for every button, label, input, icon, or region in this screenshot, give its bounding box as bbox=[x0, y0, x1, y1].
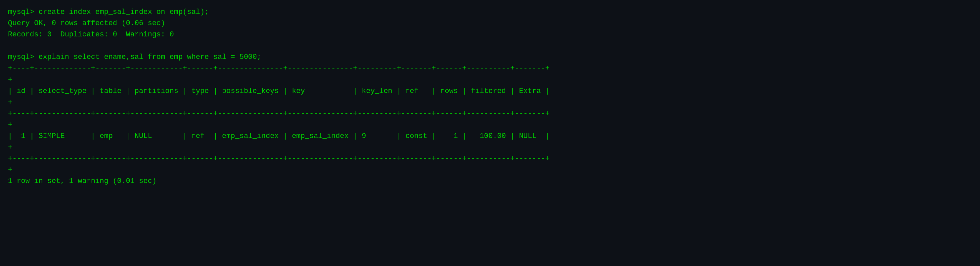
table-header-spacer-bottom: + bbox=[8, 97, 972, 108]
terminal-output: mysql> create index emp_sal_index on emp… bbox=[8, 6, 972, 187]
query-ok-line: Query OK, 0 rows affected (0.06 sec) bbox=[8, 18, 972, 29]
table-header-spacer-top: + bbox=[8, 75, 972, 86]
table-data-row: | 1 | SIMPLE | emp | NULL | ref | emp_sa… bbox=[8, 131, 972, 142]
records-line: Records: 0 Duplicates: 0 Warnings: 0 bbox=[8, 29, 972, 40]
blank-line-1 bbox=[8, 40, 972, 52]
table-footer-spacer: + bbox=[8, 164, 972, 176]
create-index-command: mysql> create index emp_sal_index on emp… bbox=[8, 6, 972, 18]
explain-command: mysql> explain select ename,sal from emp… bbox=[8, 52, 972, 63]
table-middle-border: +----+-------------+-------+------------… bbox=[8, 108, 972, 119]
result-summary: 1 row in set, 1 warning (0.01 sec) bbox=[8, 176, 972, 187]
table-data-spacer-bottom: + bbox=[8, 142, 972, 153]
table-top-border: +----+-------------+-------+------------… bbox=[8, 63, 972, 74]
table-header-row: | id | select_type | table | partitions … bbox=[8, 86, 972, 97]
table-bottom-border: +----+-------------+-------+------------… bbox=[8, 153, 972, 164]
table-data-spacer-top: + bbox=[8, 119, 972, 131]
